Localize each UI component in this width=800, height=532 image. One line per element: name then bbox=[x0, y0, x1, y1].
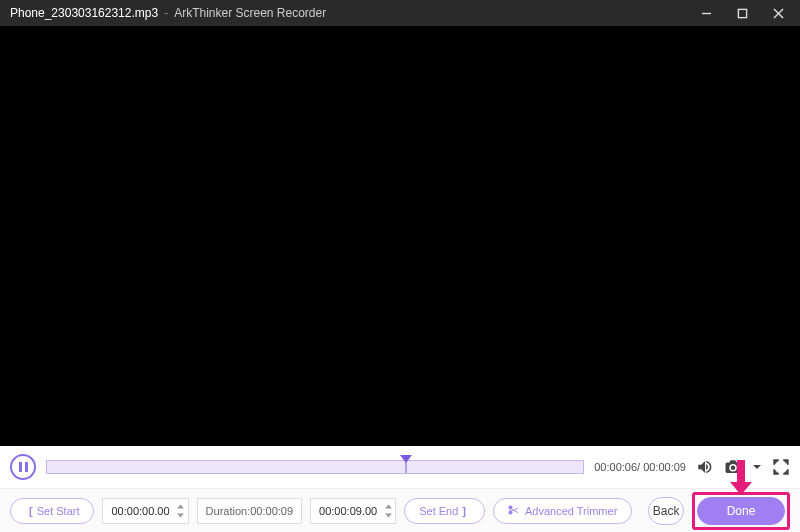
total-time: 00:00:09 bbox=[643, 461, 686, 473]
close-button[interactable] bbox=[760, 0, 796, 26]
set-end-label: Set End bbox=[419, 505, 458, 517]
time-display: 00:00:06/ 00:00:09 bbox=[594, 461, 686, 473]
set-end-button[interactable]: Set End ] bbox=[404, 498, 485, 524]
title-separator: - bbox=[164, 6, 168, 20]
chevron-down-icon bbox=[752, 462, 762, 472]
done-label: Done bbox=[727, 504, 756, 518]
set-start-button[interactable]: [ Set Start bbox=[10, 498, 94, 524]
back-label: Back bbox=[653, 504, 680, 518]
set-start-label: Set Start bbox=[37, 505, 80, 517]
fullscreen-icon bbox=[772, 458, 790, 476]
start-time-spinner[interactable] bbox=[176, 502, 186, 520]
trim-row: [ Set Start 00:00:00.00 Duration:00:00:0… bbox=[0, 489, 800, 532]
start-time-value: 00:00:00.00 bbox=[111, 505, 169, 517]
advanced-trimmer-label: Advanced Trimmer bbox=[525, 505, 617, 517]
duration-value: 00:00:09 bbox=[250, 505, 293, 517]
current-time: 00:00:06 bbox=[594, 461, 637, 473]
end-time-spinner[interactable] bbox=[383, 502, 393, 520]
minimize-button[interactable] bbox=[688, 0, 724, 26]
spinner-up-icon bbox=[383, 502, 393, 511]
timeline-scrubber[interactable] bbox=[46, 460, 584, 474]
spinner-up-icon bbox=[176, 502, 186, 511]
start-time-input[interactable]: 00:00:00.00 bbox=[102, 498, 188, 524]
pause-icon bbox=[19, 462, 28, 472]
snapshot-dropdown[interactable] bbox=[752, 462, 762, 472]
end-time-value: 00:00:09.00 bbox=[319, 505, 377, 517]
volume-button[interactable] bbox=[696, 458, 714, 476]
duration-label: Duration: bbox=[206, 505, 251, 517]
video-preview[interactable] bbox=[0, 26, 800, 446]
done-button[interactable]: Done bbox=[697, 497, 785, 525]
svg-rect-1 bbox=[738, 9, 746, 17]
annotation-arrow-icon bbox=[730, 460, 752, 495]
bracket-close-icon: ] bbox=[462, 505, 466, 517]
fullscreen-button[interactable] bbox=[772, 458, 790, 476]
end-time-input[interactable]: 00:00:09.00 bbox=[310, 498, 396, 524]
title-filename: Phone_230303162312.mp3 bbox=[10, 6, 158, 20]
pause-button[interactable] bbox=[10, 454, 36, 480]
advanced-trimmer-button[interactable]: Advanced Trimmer bbox=[493, 498, 632, 524]
back-button[interactable]: Back bbox=[648, 497, 684, 525]
bracket-open-icon: [ bbox=[29, 505, 33, 517]
duration-display: Duration:00:00:09 bbox=[197, 498, 302, 524]
annotation-highlight: Done bbox=[692, 492, 790, 530]
titlebar: Phone_230303162312.mp3 - ArkThinker Scre… bbox=[0, 0, 800, 26]
maximize-button[interactable] bbox=[724, 0, 760, 26]
spinner-down-icon bbox=[176, 511, 186, 520]
spinner-down-icon bbox=[383, 511, 393, 520]
scissors-icon bbox=[508, 504, 525, 518]
volume-icon bbox=[696, 458, 714, 476]
title-appname: ArkThinker Screen Recorder bbox=[174, 6, 326, 20]
playhead-marker-icon bbox=[400, 455, 412, 465]
playback-row: 00:00:06/ 00:00:09 bbox=[0, 446, 800, 488]
